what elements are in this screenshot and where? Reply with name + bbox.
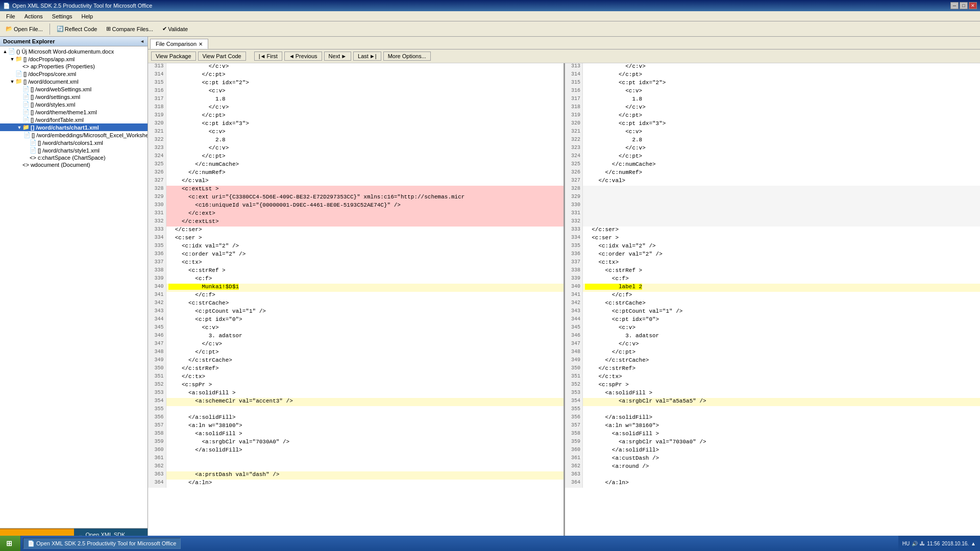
right-diff-pane[interactable]: 313 </c:v>314 </c:pt>315 <c:pt idx="2">3… — [565, 63, 981, 539]
tree-label-4: [] /word/document.xml — [23, 79, 79, 85]
menu-help[interactable]: Help — [78, 12, 97, 20]
tree-item-15[interactable]: <> wdocument (Document) — [0, 161, 148, 168]
tree-toggle-4[interactable]: ▼ — [9, 79, 15, 84]
compare-files-button[interactable]: ⊞ Compare Files... — [103, 24, 157, 34]
taskbar-item-app[interactable]: 📄 Open XML SDK 2.5 Productivity Tool for… — [23, 538, 181, 549]
tree-icon-6: 📄 — [22, 93, 30, 100]
tree-item-2[interactable]: <> ap:Properties (Properties) — [0, 63, 148, 70]
line-code: </c:strCache> — [583, 357, 981, 365]
start-button[interactable]: ⊞ — [0, 536, 21, 551]
line-number: 314 — [148, 71, 166, 80]
taskbar-items: 📄 Open XML SDK 2.5 Productivity Tool for… — [21, 538, 898, 549]
open-file-button[interactable]: 📂 Open File... — [2, 24, 46, 34]
tree-item-11[interactable]: 📄[] /word/embeddings/Microsoft_Excel_Wor… — [0, 131, 148, 139]
menu-settings[interactable]: Settings — [48, 12, 77, 20]
systray-icons-btn[interactable]: ▲ — [971, 541, 976, 546]
line-row: 330 <c16:uniqueId val="{00000001-D9EC-44… — [148, 202, 564, 210]
tree-item-3[interactable]: 📄[] /docProps/core.xml — [0, 70, 148, 78]
left-diff-pane[interactable]: 313 </c:v>314 </c:pt>315 <c:pt idx="2">3… — [148, 63, 565, 539]
line-row: 345 <c:v> — [148, 324, 564, 333]
line-code: <c:tx> — [166, 259, 564, 267]
previous-button[interactable]: ◄ Previous — [284, 52, 322, 61]
line-number: 324 — [565, 153, 583, 161]
line-code: </c:v> — [583, 104, 981, 112]
tree-item-13[interactable]: 📄[] /word/charts/style1.xml — [0, 146, 148, 154]
minimize-button[interactable]: ─ — [950, 2, 959, 9]
line-number: 334 — [565, 235, 583, 243]
line-code: <c:strCache> — [166, 300, 564, 308]
last-button[interactable]: Last ►| — [353, 52, 381, 61]
view-part-code-button[interactable]: View Part Code — [198, 52, 246, 61]
validate-icon: ✔ — [162, 26, 167, 32]
line-number: 319 — [565, 112, 583, 120]
menu-actions[interactable]: Actions — [20, 12, 47, 20]
line-code: <c:order val="2" /> — [583, 251, 981, 259]
line-number: 364 — [565, 480, 583, 488]
line-code: <a:custDash /> — [583, 455, 981, 463]
line-row: 347 </c:v> — [565, 341, 981, 349]
next-button[interactable]: Next ► — [324, 52, 352, 61]
view-package-button[interactable]: View Package — [151, 52, 196, 61]
menu-file[interactable]: File — [2, 12, 19, 20]
line-number: 340 — [148, 284, 166, 292]
tree-item-1[interactable]: ▼📁[] /docProps/app.xml — [0, 55, 148, 63]
more-options-button[interactable]: More Options... — [383, 52, 431, 61]
main-container: Document Explorer ◄ ▲📄() Új Microsoft Wo… — [0, 37, 980, 546]
line-code: </c:strRef> — [583, 365, 981, 373]
line-code: <c:idx val="2" /> — [166, 243, 564, 251]
line-row: 339 <c:f> — [565, 276, 981, 284]
line-row: 359 <a:srgbClr val="7030A0" /> — [148, 439, 564, 447]
tree-item-12[interactable]: 📄[] /word/charts/colors1.xml — [0, 139, 148, 146]
tree-label-7: [] /word/styles.xml — [31, 102, 75, 108]
tree-item-6[interactable]: 📄[] /word/settings.xml — [0, 93, 148, 101]
tab-close-button[interactable]: ✕ — [199, 41, 203, 47]
collapse-button[interactable]: ◄ — [140, 39, 144, 44]
line-code: </c:ser> — [166, 227, 564, 235]
line-row: 324 </c:pt> — [565, 153, 981, 161]
line-row: 343 <c:ptCount val="1" /> — [148, 308, 564, 316]
line-row: 352 <c:spPr > — [148, 382, 564, 390]
line-row: 319 </c:pt> — [565, 112, 981, 120]
line-code: 3. adatsor — [166, 333, 564, 341]
reflect-code-button[interactable]: 🔄 Reflect Code — [53, 24, 101, 34]
tree-toggle-1[interactable]: ▼ — [9, 57, 15, 62]
line-code — [166, 406, 564, 414]
line-code: <a:srgbClr val="7030A0" /> — [166, 439, 564, 447]
line-number: 350 — [565, 365, 583, 373]
line-number: 350 — [148, 365, 166, 373]
validate-button[interactable]: ✔ Validate — [159, 24, 191, 34]
tree-item-0[interactable]: ▲📄() Új Microsoft Word-dokumentum.docx — [0, 47, 148, 55]
tree-item-4[interactable]: ▼📁[] /word/document.xml — [0, 78, 148, 85]
tree-icon-8: 📄 — [22, 109, 30, 115]
first-button[interactable]: |◄ First — [254, 52, 282, 61]
tree-toggle-0[interactable]: ▲ — [2, 49, 8, 54]
tree-item-5[interactable]: 📄[] /word/webSettings.xml — [0, 85, 148, 93]
close-button[interactable]: ✕ — [969, 2, 977, 9]
line-number: 360 — [565, 447, 583, 455]
tree-item-10[interactable]: ▼📁[] /word/charts/chart1.xml — [0, 123, 148, 131]
line-row: 335 <c:idx val="2" /> — [565, 243, 981, 251]
line-row: 350 </c:strRef> — [148, 365, 564, 373]
line-code: <c:extLst > — [166, 186, 564, 194]
document-tree[interactable]: ▲📄() Új Microsoft Word-dokumentum.docx▼📁… — [0, 46, 148, 528]
line-number: 322 — [148, 137, 166, 145]
next-icon: ► — [341, 53, 347, 59]
line-number: 347 — [148, 341, 166, 349]
line-row: 356 </a:solidFill> — [565, 414, 981, 422]
line-number: 338 — [565, 267, 583, 276]
line-row: 320 <c:pt idx="3"> — [565, 120, 981, 129]
line-code: </c:ext> — [166, 210, 564, 218]
line-row: 362 <a:round /> — [565, 463, 981, 471]
tree-item-14[interactable]: <> c:chartSpace (ChartSpace) — [0, 154, 148, 161]
tree-toggle-10[interactable]: ▼ — [16, 125, 22, 130]
tree-item-9[interactable]: 📄[] /word/fontTable.xml — [0, 116, 148, 123]
tree-item-8[interactable]: 📄[] /word/theme/theme1.xml — [0, 108, 148, 116]
line-row: 318 </c:v> — [148, 104, 564, 112]
line-number: 351 — [148, 373, 166, 382]
line-row: 363 <a:prstDash val="dash" /> — [148, 471, 564, 480]
line-number: 328 — [148, 186, 166, 194]
tree-item-7[interactable]: 📄[] /word/styles.xml — [0, 101, 148, 108]
maximize-button[interactable]: □ — [960, 2, 968, 9]
line-number: 335 — [148, 243, 166, 251]
tab-file-comparison[interactable]: File Comparison ✕ — [150, 39, 208, 49]
